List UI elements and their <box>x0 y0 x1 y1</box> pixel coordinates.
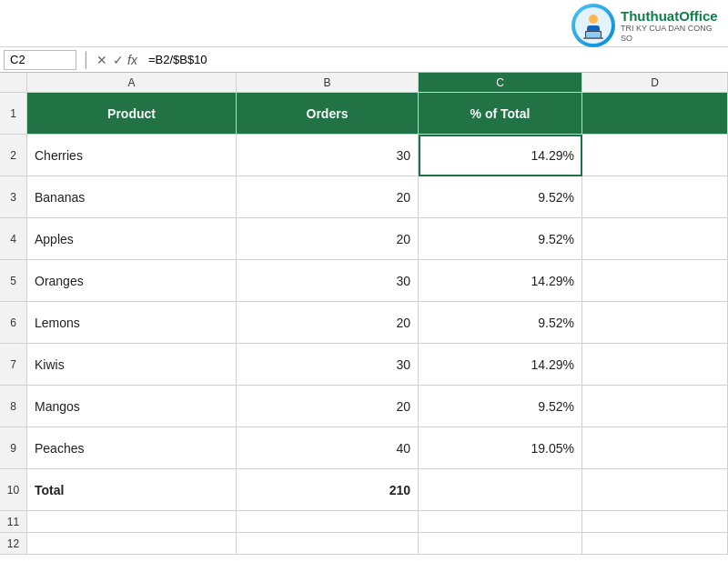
cell-c7[interactable]: 14.29% <box>419 344 582 386</box>
cell-d6[interactable] <box>582 302 728 344</box>
corner-header <box>0 73 27 93</box>
cell-d5[interactable] <box>582 260 728 302</box>
svg-point-1 <box>589 15 598 24</box>
row-num-3: 3 <box>0 176 27 218</box>
grid-wrapper: A B C D 1 Product Orders % of Total 2 Ch… <box>0 73 728 555</box>
logo-brand: ThuthuatOffice <box>621 8 721 24</box>
cell-b6[interactable]: 20 <box>237 302 419 344</box>
table-row: 12 <box>0 533 728 555</box>
cell-b9[interactable]: 40 <box>237 427 419 469</box>
cell-a6[interactable]: Lemons <box>27 302 237 344</box>
cell-d8[interactable] <box>582 386 728 427</box>
col-headers: A B C D <box>0 73 728 93</box>
table-row: 1 Product Orders % of Total <box>0 93 728 135</box>
cell-d9[interactable] <box>582 427 728 469</box>
cell-a3[interactable]: Bananas <box>27 176 237 218</box>
row-num-2: 2 <box>0 135 27 176</box>
row-num-6: 6 <box>0 302 27 344</box>
cell-c10[interactable] <box>419 469 582 511</box>
cell-c2[interactable]: 14.29% <box>419 135 582 176</box>
cell-d2[interactable] <box>582 135 728 176</box>
logo-text: ThuthuatOffice TRI KY CUA DAN CONG SO <box>621 8 721 44</box>
col-header-a[interactable]: A <box>27 73 237 93</box>
cell-c8[interactable]: 9.52% <box>419 386 582 427</box>
cell-b7[interactable]: 30 <box>237 344 419 386</box>
row-num-5: 5 <box>0 260 27 302</box>
cell-b2[interactable]: 30 <box>237 135 419 176</box>
formula-bar-separator: │ <box>82 52 91 68</box>
fx-label: fx <box>127 53 137 67</box>
row-num-12: 12 <box>0 533 27 555</box>
cell-b12[interactable] <box>237 533 419 555</box>
logo-icon <box>571 4 615 47</box>
table-row: 6 Lemons 20 9.52% <box>0 302 728 344</box>
table-row: 5 Oranges 30 14.29% <box>0 260 728 302</box>
cell-b10[interactable]: 210 <box>237 469 419 511</box>
cell-d7[interactable] <box>582 344 728 386</box>
cell-b8[interactable]: 20 <box>237 386 419 427</box>
cell-b11[interactable] <box>237 511 419 533</box>
table-row: 10 Total 210 <box>0 469 728 511</box>
cell-a8[interactable]: Mangos <box>27 386 237 427</box>
cell-d3[interactable] <box>582 176 728 218</box>
cell-d10[interactable] <box>582 469 728 511</box>
logo-slogan: TRI KY CUA DAN CONG SO <box>621 24 721 44</box>
table-row: 8 Mangos 20 9.52% <box>0 386 728 427</box>
cell-name-box[interactable]: C2 <box>4 50 76 70</box>
row-num-11: 11 <box>0 511 27 533</box>
table-row: 9 Peaches 40 19.05% <box>0 427 728 469</box>
cell-c9[interactable]: 19.05% <box>419 427 582 469</box>
table-row: 2 Cherries 30 14.29% <box>0 135 728 176</box>
cell-a12[interactable] <box>27 533 237 555</box>
cell-a9[interactable]: Peaches <box>27 427 237 469</box>
cell-a4[interactable]: Apples <box>27 218 237 260</box>
table-row: 4 Apples 20 9.52% <box>0 218 728 260</box>
cell-b5[interactable]: 30 <box>237 260 419 302</box>
row-num-1: 1 <box>0 93 27 135</box>
cell-c5[interactable]: 14.29% <box>419 260 582 302</box>
row-num-9: 9 <box>0 427 27 469</box>
cell-d4[interactable] <box>582 218 728 260</box>
row-num-7: 7 <box>0 344 27 386</box>
cell-d1[interactable] <box>582 93 728 135</box>
cell-c11[interactable] <box>419 511 582 533</box>
cell-a1[interactable]: Product <box>27 93 237 135</box>
row-num-10: 10 <box>0 469 27 511</box>
cell-c6[interactable]: 9.52% <box>419 302 582 344</box>
cell-a7[interactable]: Kiwis <box>27 344 237 386</box>
spreadsheet-container: A B C D 1 Product Orders % of Total 2 Ch… <box>0 73 728 555</box>
cell-b4[interactable]: 20 <box>237 218 419 260</box>
cell-a2[interactable]: Cherries <box>27 135 237 176</box>
table-row: 11 <box>0 511 728 533</box>
row-num-8: 8 <box>0 386 27 427</box>
cell-b1[interactable]: Orders <box>237 93 419 135</box>
cell-c3[interactable]: 9.52% <box>419 176 582 218</box>
formula-bar-icons: ✕ ✓ <box>96 53 124 67</box>
confirm-icon[interactable]: ✓ <box>113 53 124 67</box>
grid-rows: 1 Product Orders % of Total 2 Cherries 3… <box>0 93 728 555</box>
cell-a10[interactable]: Total <box>27 469 237 511</box>
col-header-d[interactable]: D <box>582 73 728 93</box>
cell-a11[interactable] <box>27 511 237 533</box>
svg-rect-5 <box>583 37 603 39</box>
top-bar: ThuthuatOffice TRI KY CUA DAN CONG SO <box>0 0 728 47</box>
formula-input[interactable] <box>145 53 724 66</box>
svg-rect-4 <box>586 32 601 37</box>
col-header-b[interactable]: B <box>237 73 419 93</box>
row-num-4: 4 <box>0 218 27 260</box>
cell-c12[interactable] <box>419 533 582 555</box>
cell-b3[interactable]: 20 <box>237 176 419 218</box>
cell-c4[interactable]: 9.52% <box>419 218 582 260</box>
table-row: 3 Bananas 20 9.52% <box>0 176 728 218</box>
formula-bar: C2 │ ✕ ✓ fx <box>0 47 728 73</box>
cell-d11[interactable] <box>582 511 728 533</box>
logo-area: ThuthuatOffice TRI KY CUA DAN CONG SO <box>571 4 721 47</box>
table-row: 7 Kiwis 30 14.29% <box>0 344 728 386</box>
cancel-icon[interactable]: ✕ <box>96 53 107 67</box>
cell-c1[interactable]: % of Total <box>419 93 582 135</box>
cell-d12[interactable] <box>582 533 728 555</box>
col-header-c[interactable]: C <box>419 73 582 93</box>
cell-a5[interactable]: Oranges <box>27 260 237 302</box>
